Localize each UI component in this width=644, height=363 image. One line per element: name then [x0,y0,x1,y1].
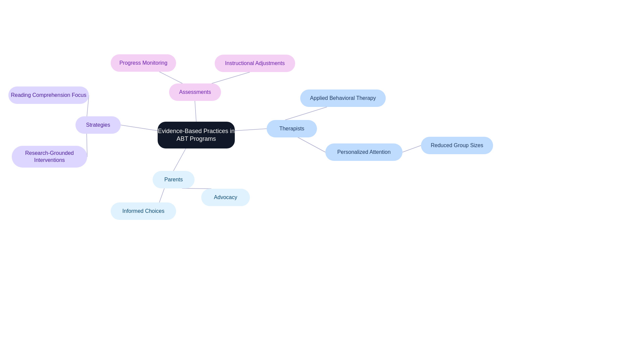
personalized-attention-label: Personalized Attention [337,149,390,156]
informed-choices-label: Informed Choices [122,208,164,215]
reading-comprehension-label: Reading Comprehension Focus [11,92,86,99]
svg-line-6 [173,148,186,171]
strategies-node: Strategies [75,116,121,134]
svg-line-12 [402,145,421,152]
research-grounded-node: Research-Grounded Interventions [12,146,87,168]
informed-choices-node: Informed Choices [111,202,176,220]
svg-line-3 [121,125,158,131]
advocacy-node: Advocacy [201,189,250,206]
instructional-adjustments-label: Instructional Adjustments [225,60,285,67]
progress-monitoring-node: Progress Monitoring [111,54,176,72]
therapists-label: Therapists [279,125,305,132]
reduced-group-label: Reduced Group Sizes [431,142,483,149]
reduced-group-node: Reduced Group Sizes [421,137,493,154]
strategies-label: Strategies [86,122,110,129]
svg-line-1 [159,72,182,83]
reading-comprehension-node: Reading Comprehension Focus [8,86,89,104]
parents-label: Parents [164,176,183,183]
assessments-label: Assessments [179,89,211,96]
research-grounded-label: Research-Grounded Interventions [12,150,87,164]
svg-line-2 [212,72,250,83]
center-node: Evidence-Based Practices in ABT Programs [158,122,235,148]
svg-line-0 [195,101,196,122]
applied-behavioral-node: Applied Behavioral Therapy [300,89,386,107]
instructional-adjustments-node: Instructional Adjustments [215,55,295,72]
svg-line-10 [285,107,327,120]
therapists-node: Therapists [267,120,317,137]
progress-monitoring-label: Progress Monitoring [119,60,167,67]
assessments-node: Assessments [169,83,221,101]
advocacy-label: Advocacy [214,194,237,201]
svg-line-7 [159,188,164,202]
center-label: Evidence-Based Practices in ABT Programs [158,127,235,143]
parents-node: Parents [153,171,195,188]
personalized-attention-node: Personalized Attention [325,143,402,161]
applied-behavioral-label: Applied Behavioral Therapy [310,95,376,102]
svg-line-9 [235,129,267,131]
svg-line-8 [182,188,211,189]
